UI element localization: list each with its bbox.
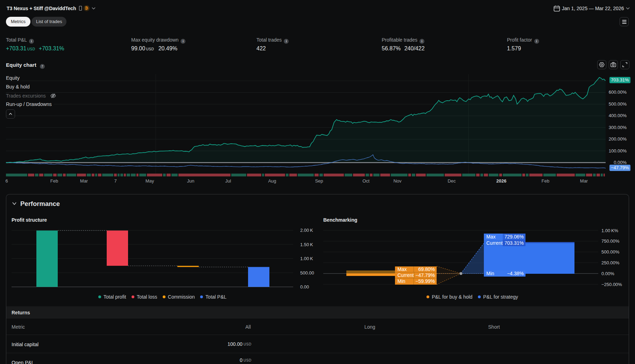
svg-text:1.50 K: 1.50 K <box>300 242 313 247</box>
svg-text:−250.00%: −250.00% <box>601 282 622 287</box>
svg-text:250.00%: 250.00% <box>601 260 620 265</box>
svg-text:1.00 K: 1.00 K <box>300 256 313 261</box>
svg-text:0.00%: 0.00% <box>601 271 614 276</box>
svg-text:500.00%: 500.00% <box>601 249 620 255</box>
svg-text:500.00: 500.00 <box>300 270 314 276</box>
svg-text:1.00 K%: 1.00 K% <box>601 228 619 233</box>
svg-text:0.00: 0.00 <box>300 284 309 290</box>
svg-text:2.00 K: 2.00 K <box>300 228 313 233</box>
svg-text:750.00%: 750.00% <box>601 238 620 244</box>
